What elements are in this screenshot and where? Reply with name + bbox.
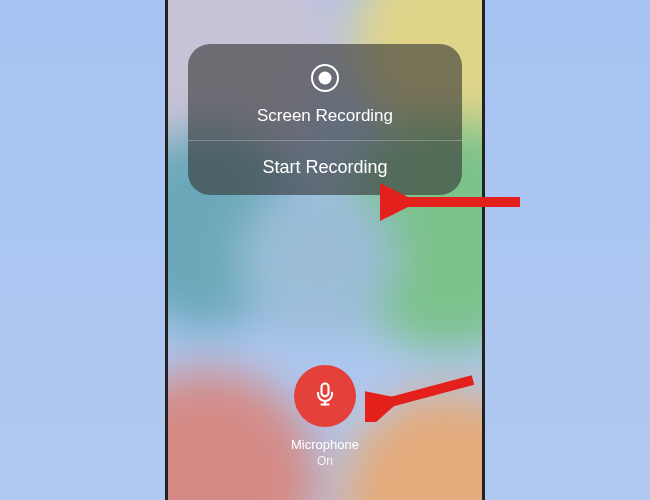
phone-screen: Screen Recording Start Recording Microph… bbox=[165, 0, 485, 500]
screen-recording-panel: Screen Recording Start Recording bbox=[188, 44, 462, 195]
svg-point-1 bbox=[319, 72, 332, 85]
record-icon bbox=[309, 62, 341, 98]
start-recording-button[interactable]: Start Recording bbox=[188, 141, 462, 195]
microphone-status: On bbox=[291, 454, 359, 468]
panel-header: Screen Recording bbox=[188, 44, 462, 140]
microphone-toggle-button[interactable] bbox=[294, 365, 356, 427]
svg-rect-2 bbox=[322, 384, 329, 397]
panel-title: Screen Recording bbox=[198, 106, 452, 126]
microphone-label: Microphone bbox=[291, 437, 359, 452]
microphone-icon bbox=[311, 380, 339, 412]
microphone-section: Microphone On bbox=[291, 365, 359, 468]
